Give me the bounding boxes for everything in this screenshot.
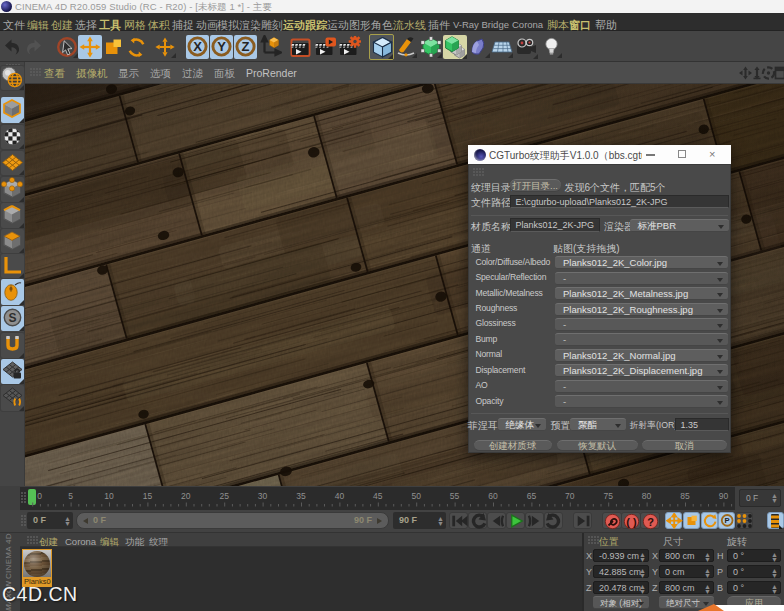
svg-text:75: 75 bbox=[603, 491, 613, 501]
svg-text:40: 40 bbox=[335, 491, 345, 501]
svg-text:15: 15 bbox=[143, 491, 153, 501]
svg-text:90: 90 bbox=[719, 491, 729, 501]
svg-text:60: 60 bbox=[488, 491, 498, 501]
svg-text:Y: Y bbox=[217, 39, 226, 54]
svg-text:20: 20 bbox=[181, 491, 191, 501]
svg-text:50: 50 bbox=[411, 491, 421, 501]
svg-text:( ): ( ) bbox=[626, 516, 637, 528]
svg-text:Z: Z bbox=[242, 39, 250, 54]
svg-text:55: 55 bbox=[450, 491, 460, 501]
svg-text:5: 5 bbox=[68, 491, 73, 501]
svg-text:X: X bbox=[193, 39, 202, 54]
svg-text:S: S bbox=[8, 311, 16, 325]
svg-text:0: 0 bbox=[37, 491, 42, 501]
svg-text:25: 25 bbox=[219, 491, 229, 501]
svg-text:80: 80 bbox=[642, 491, 652, 501]
svg-text:35: 35 bbox=[296, 491, 306, 501]
svg-text:85: 85 bbox=[680, 491, 690, 501]
svg-text:70: 70 bbox=[565, 491, 575, 501]
svg-text:45: 45 bbox=[373, 491, 383, 501]
svg-text:?: ? bbox=[647, 516, 654, 528]
svg-text:P: P bbox=[725, 516, 730, 525]
svg-text:10: 10 bbox=[104, 491, 114, 501]
svg-text:65: 65 bbox=[527, 491, 537, 501]
svg-text:30: 30 bbox=[258, 491, 268, 501]
